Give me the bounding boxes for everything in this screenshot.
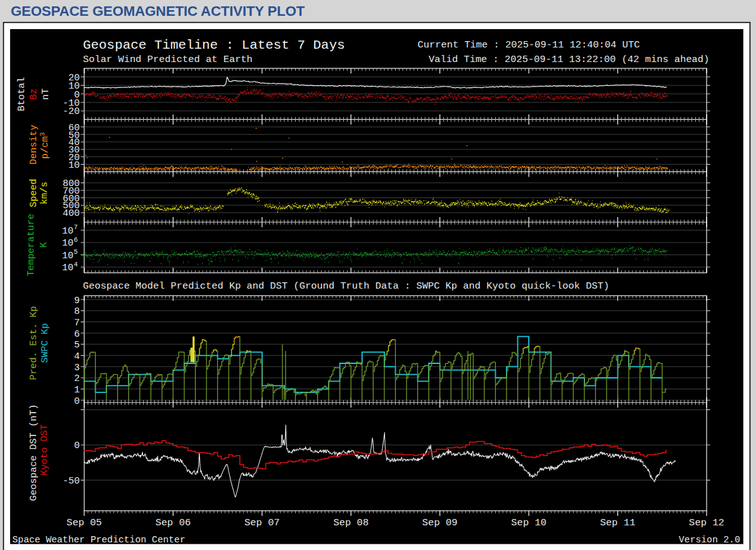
svg-text:Density: Density: [28, 125, 39, 165]
svg-text:K: K: [39, 242, 49, 247]
svg-text:Sep 07: Sep 07: [244, 517, 280, 528]
svg-text:10: 10: [62, 251, 73, 261]
svg-text:nT: nT: [41, 89, 51, 100]
svg-text:4: 4: [74, 351, 80, 362]
svg-text:Speed: Speed: [28, 178, 39, 207]
svg-text:Pred. Est. Kp: Pred. Est. Kp: [28, 306, 39, 380]
svg-text:Sep 06: Sep 06: [155, 517, 191, 528]
svg-text:Sep 09: Sep 09: [422, 517, 458, 528]
svg-text:-20: -20: [63, 106, 80, 117]
svg-text:Temperature: Temperature: [26, 213, 37, 276]
svg-text:Space Weather Prediction Cente: Space Weather Prediction Center: [13, 535, 186, 545]
svg-text:Btotal: Btotal: [16, 77, 27, 111]
svg-text:10: 10: [68, 160, 80, 171]
svg-text:5: 5: [74, 340, 80, 351]
svg-text:Sep 10: Sep 10: [511, 517, 546, 528]
svg-text:Current Time : 2025-09-11 12:4: Current Time : 2025-09-11 12:40:04 UTC: [418, 39, 640, 51]
svg-text:Sep 12: Sep 12: [689, 517, 724, 528]
svg-text:Version 2.0: Version 2.0: [679, 535, 740, 545]
svg-text:Geospace DST (nT): Geospace DST (nT): [28, 404, 39, 501]
svg-text:10: 10: [62, 238, 73, 249]
svg-text:6: 6: [74, 329, 80, 340]
svg-text:9: 9: [74, 296, 80, 306]
svg-text:Sep 08: Sep 08: [333, 517, 369, 528]
svg-text:6: 6: [74, 236, 78, 244]
svg-text:Valid Time : 2025-09-11 13:22:: Valid Time : 2025-09-11 13:22:00 (42 min…: [429, 54, 709, 65]
svg-text:400: 400: [63, 208, 80, 219]
svg-text:Geospace Model Predicted Kp an: Geospace Model Predicted Kp and DST (Gro…: [83, 280, 609, 292]
svg-text:10: 10: [62, 263, 73, 273]
svg-text:km/s: km/s: [39, 182, 50, 204]
svg-text:7: 7: [74, 318, 80, 328]
svg-text:Solar Wind Predicted at Earth: Solar Wind Predicted at Earth: [83, 54, 253, 65]
svg-text:-50: -50: [63, 476, 80, 487]
svg-text:5: 5: [74, 248, 78, 256]
svg-text:Bz: Bz: [28, 89, 39, 100]
svg-text:0: 0: [74, 396, 80, 407]
svg-text:7: 7: [74, 223, 78, 231]
svg-text:Geospace Timeline : Latest 7 D: Geospace Timeline : Latest 7 Days: [83, 38, 345, 53]
svg-text:SWPC Kp: SWPC Kp: [40, 323, 51, 363]
svg-text:2: 2: [74, 373, 80, 384]
svg-text:Sep 05: Sep 05: [66, 517, 102, 528]
svg-text:Sep 11: Sep 11: [600, 517, 636, 528]
svg-text:8: 8: [74, 306, 80, 317]
svg-text:Kyoto DST: Kyoto DST: [39, 424, 50, 475]
svg-text:0: 0: [74, 441, 80, 451]
svg-text:1: 1: [74, 385, 80, 396]
svg-text:p/cm3: p/cm3: [39, 132, 51, 159]
svg-text:4: 4: [74, 261, 78, 268]
svg-text:10: 10: [62, 226, 73, 237]
svg-text:GEOSPACE GEOMAGNETIC ACTIVITY: GEOSPACE GEOMAGNETIC ACTIVITY PLOT: [11, 3, 305, 19]
svg-text:3: 3: [74, 363, 80, 373]
